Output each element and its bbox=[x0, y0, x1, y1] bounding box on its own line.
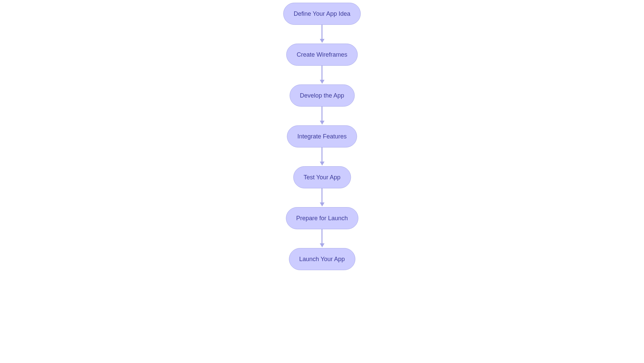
arrow-head-icon bbox=[320, 162, 324, 166]
flowchart-arrow bbox=[320, 107, 324, 125]
flowchart-node-develop: Develop the App bbox=[289, 84, 355, 107]
arrow-line-icon bbox=[322, 229, 323, 243]
arrow-head-icon bbox=[320, 80, 324, 84]
flowchart-node-wireframes: Create Wireframes bbox=[286, 44, 358, 66]
node-label: Integrate Features bbox=[297, 133, 346, 140]
flowchart-node-test: Test Your App bbox=[293, 166, 351, 188]
node-label: Create Wireframes bbox=[297, 51, 347, 58]
arrow-head-icon bbox=[320, 243, 324, 247]
node-label: Test Your App bbox=[304, 174, 340, 181]
arrow-line-icon bbox=[322, 188, 323, 202]
node-label: Launch Your App bbox=[299, 256, 345, 263]
flowchart-node-integrate: Integrate Features bbox=[287, 125, 357, 147]
arrow-head-icon bbox=[320, 121, 324, 125]
arrow-head-icon bbox=[320, 202, 324, 206]
flowchart-container: Define Your App Idea Create Wireframes D… bbox=[283, 3, 361, 270]
arrow-line-icon bbox=[322, 66, 323, 80]
flowchart-node-define-idea: Define Your App Idea bbox=[283, 3, 361, 25]
flowchart-arrow bbox=[320, 229, 324, 248]
flowchart-arrow bbox=[320, 25, 324, 44]
node-label: Develop the App bbox=[300, 92, 344, 99]
flowchart-node-prepare-launch: Prepare for Launch bbox=[286, 207, 358, 229]
node-label: Define Your App Idea bbox=[293, 10, 350, 17]
arrow-line-icon bbox=[322, 25, 323, 39]
flowchart-node-launch: Launch Your App bbox=[289, 248, 355, 270]
node-label: Prepare for Launch bbox=[296, 215, 348, 222]
arrow-line-icon bbox=[322, 147, 323, 162]
flowchart-arrow bbox=[320, 66, 324, 84]
arrow-head-icon bbox=[320, 39, 324, 43]
flowchart-arrow bbox=[320, 188, 324, 207]
flowchart-arrow bbox=[320, 147, 324, 166]
arrow-line-icon bbox=[322, 107, 323, 121]
